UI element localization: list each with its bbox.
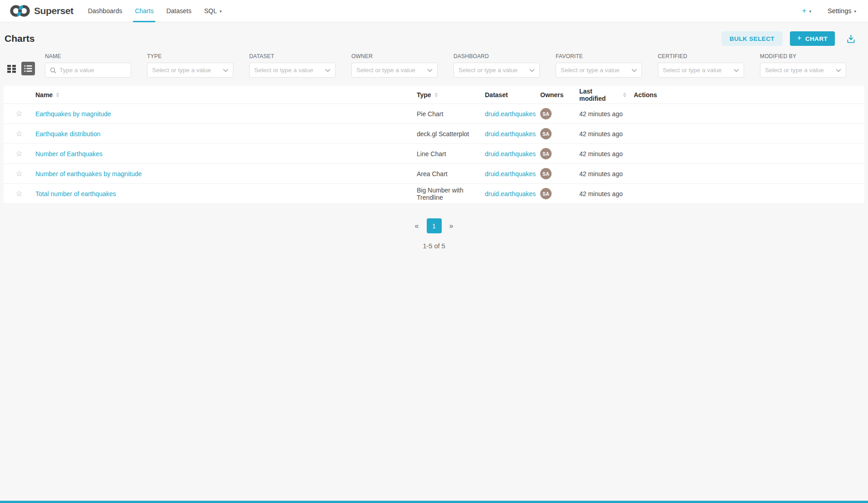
dataset-link[interactable]: druid.earthquakes [485, 170, 536, 178]
nav-item-dashboards[interactable]: Dashboards [82, 0, 129, 22]
caret-down-icon: ▾ [809, 9, 812, 14]
column-header-actions: Actions [630, 91, 676, 99]
sort-icon[interactable] [434, 93, 438, 97]
nav-item-datasets[interactable]: Datasets [160, 0, 197, 22]
header-actions: BULK SELECT + CHART [721, 31, 856, 46]
superset-logo-icon [10, 4, 30, 18]
type-filter-select[interactable]: Select or type a value [147, 63, 233, 78]
bottom-accent-bar [0, 501, 868, 503]
view-toggles [6, 62, 35, 75]
pagination-summary: 1-5 of 5 [0, 242, 868, 250]
dataset-link[interactable]: druid.earthquakes [485, 190, 536, 197]
table-row: ☆ Number of earthquakes by magnitude Are… [4, 164, 864, 184]
chevron-down-icon [223, 69, 228, 72]
filter-dashboard: DASHBOARD Select or type a value [454, 53, 540, 78]
filter-label: MODIFIED BY [760, 53, 846, 59]
filter-label: DASHBOARD [454, 53, 540, 59]
filter-certified: CERTIFIED Select or type a value [658, 53, 744, 78]
chevron-down-icon [427, 69, 433, 72]
chart-name-link[interactable]: Earthquakes by magnitude [35, 110, 111, 118]
table-row: ☆ Earthquakes by magnitude Pie Chart dru… [4, 104, 864, 124]
dataset-link[interactable]: druid.earthquakes [485, 130, 536, 138]
last-modified: 42 minutes ago [576, 130, 630, 138]
top-nav: Superset Dashboards Charts Datasets SQL … [0, 0, 868, 22]
chart-type: deck.gl Scatterplot [413, 130, 481, 138]
chevron-down-icon [529, 69, 535, 72]
pagination-next-button[interactable]: » [446, 220, 457, 232]
new-menu-button[interactable]: + ▾ [802, 6, 811, 15]
filter-favorite: FAVORITE Select or type a value [556, 53, 642, 78]
bulk-select-button[interactable]: BULK SELECT [721, 31, 783, 46]
chevron-down-icon [325, 69, 330, 72]
column-header-last-modified[interactable]: Last modified [576, 88, 630, 102]
brand-name: Superset [34, 5, 74, 16]
filter-bar: NAME TYPE Select or type a value DATASET… [0, 53, 868, 86]
sort-icon[interactable] [56, 93, 59, 97]
chart-type: Big Number with Trendline [413, 187, 481, 201]
settings-menu-button[interactable]: Settings ▾ [828, 7, 856, 15]
favorite-star-icon[interactable]: ☆ [15, 110, 22, 118]
chart-name-link[interactable]: Number of earthquakes by magnitude [35, 170, 142, 178]
last-modified: 42 minutes ago [576, 110, 630, 118]
owner-avatar: SA [540, 168, 552, 179]
page-title: Charts [5, 33, 35, 44]
favorite-star-icon[interactable]: ☆ [15, 130, 22, 138]
filter-name: NAME [45, 53, 131, 78]
export-charts-button[interactable] [846, 34, 856, 44]
chart-name-link[interactable]: Number of Earthquakes [35, 150, 103, 158]
filter-dataset: DATASET Select or type a value [249, 53, 335, 78]
caret-down-icon: ▾ [220, 9, 222, 14]
sort-icon[interactable] [623, 93, 626, 97]
table-row: ☆ Earthquake distribution deck.gl Scatte… [4, 124, 864, 144]
nav-items: Dashboards Charts Datasets SQL ▾ [82, 0, 228, 22]
name-search-input[interactable] [45, 63, 131, 78]
last-modified: 42 minutes ago [576, 170, 630, 178]
dataset-link[interactable]: druid.earthquakes [485, 150, 536, 158]
nav-item-charts[interactable]: Charts [128, 0, 160, 22]
filter-type: TYPE Select or type a value [147, 53, 233, 78]
filter-label: DATASET [249, 53, 335, 59]
owner-filter-select[interactable]: Select or type a value [351, 63, 438, 78]
dashboard-filter-select[interactable]: Select or type a value [454, 63, 540, 78]
chart-type: Area Chart [413, 170, 481, 178]
chart-type: Line Chart [413, 150, 481, 158]
chart-name-link[interactable]: Total number of earthquakes [35, 190, 116, 197]
superset-logo[interactable]: Superset [10, 0, 74, 22]
add-chart-button[interactable]: + CHART [790, 31, 835, 46]
column-header-dataset: Dataset [481, 91, 537, 99]
chevron-down-icon [734, 69, 739, 72]
column-header-type[interactable]: Type [413, 91, 481, 99]
favorite-star-icon[interactable]: ☆ [15, 150, 22, 158]
filter-owner: OWNER Select or type a value [351, 53, 438, 78]
owner-avatar: SA [540, 108, 552, 119]
list-view-icon[interactable] [21, 62, 35, 75]
filter-label: FAVORITE [556, 53, 642, 59]
owner-avatar: SA [540, 148, 552, 159]
dataset-link[interactable]: druid.earthquakes [485, 110, 536, 118]
certified-filter-select[interactable]: Select or type a value [658, 63, 744, 78]
pagination-page-1[interactable]: 1 [427, 218, 442, 233]
table-row: ☆ Number of Earthquakes Line Chart druid… [4, 144, 864, 164]
nav-item-sql[interactable]: SQL ▾ [198, 0, 228, 22]
card-view-icon[interactable] [6, 64, 17, 74]
favorite-filter-select[interactable]: Select or type a value [556, 63, 642, 78]
filter-label: NAME [45, 53, 131, 59]
owner-avatar: SA [540, 188, 552, 199]
dataset-filter-select[interactable]: Select or type a value [249, 63, 335, 78]
favorite-star-icon[interactable]: ☆ [15, 170, 22, 178]
column-header-name[interactable]: Name [32, 91, 413, 99]
column-header-owners: Owners [537, 91, 576, 99]
search-icon [50, 67, 56, 74]
favorite-star-icon[interactable]: ☆ [15, 190, 22, 197]
name-filter-field[interactable] [59, 67, 126, 74]
last-modified: 42 minutes ago [576, 190, 630, 197]
last-modified: 42 minutes ago [576, 150, 630, 158]
filter-label: OWNER [351, 53, 438, 59]
chart-name-link[interactable]: Earthquake distribution [35, 130, 100, 138]
pagination: « 1 » [0, 218, 868, 233]
pagination-prev-button[interactable]: « [411, 220, 423, 232]
filter-modified-by: MODIFIED BY Select or type a value [760, 53, 846, 78]
modified-by-filter-select[interactable]: Select or type a value [760, 63, 846, 78]
chevron-down-icon [631, 69, 637, 72]
filter-label: TYPE [147, 53, 233, 59]
